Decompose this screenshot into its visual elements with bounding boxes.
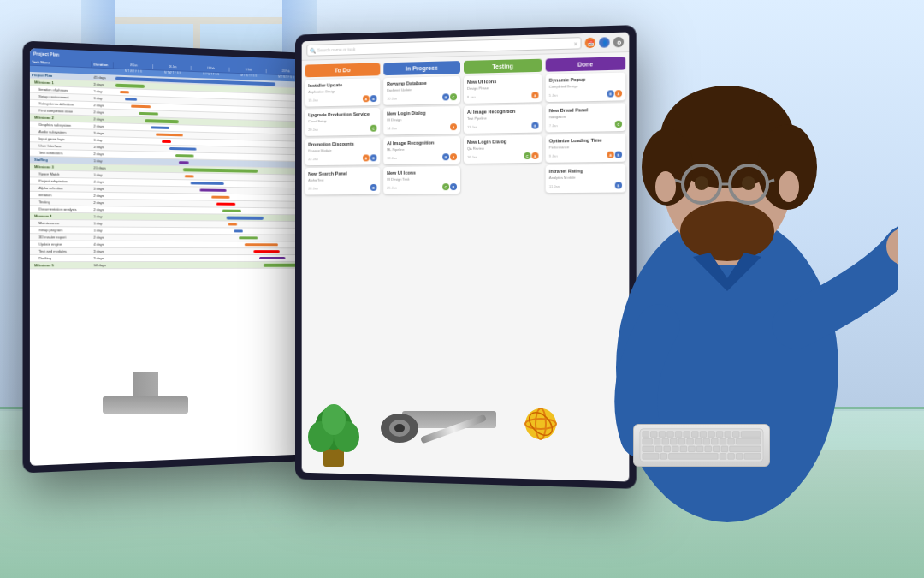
svg-rect-68 [660,454,667,460]
card-footer: 10 Jan B C [387,93,457,102]
kanban-card[interactable]: Revamp Database Backend Update 10 Jan B … [383,76,460,105]
kanban-card[interactable]: New Login Dialog UI Design 14 Jan A [383,106,460,134]
keyboard [633,424,770,467]
svg-rect-51 [703,438,710,444]
svg-rect-73 [744,454,761,460]
person-figure [453,26,898,557]
svg-rect-39 [708,432,715,438]
column-label-inprogress: In Progress [406,65,438,72]
column-header-inprogress: In Progress [383,61,460,75]
card-title: Promotion Discounts [308,140,376,146]
svg-rect-52 [712,438,719,444]
card-date: 22 Jan [308,157,318,161]
kanban-card[interactable]: Upgrade Production Service Cloud Setup 2… [305,108,380,136]
svg-rect-31 [643,432,649,438]
card-footer: 18 Jan B A [387,153,457,161]
svg-rect-45 [654,438,660,444]
card-avatars: C [370,125,377,132]
search-icon: 🔍 [310,47,316,53]
kanban-card[interactable]: Installer Update Application Design 15 J… [305,78,380,106]
card-title: New Login Dialog [387,110,457,116]
card-avatars: A B [363,95,377,102]
svg-rect-69 [669,454,719,460]
card-footer: 28 Jan B [308,184,376,192]
svg-point-16 [655,171,676,202]
svg-rect-46 [662,438,669,444]
gantt-row: Test and modules 3 days [30,248,305,255]
gantt-title: Project Plan [33,51,59,57]
svg-rect-34 [667,432,674,438]
svg-point-22 [322,404,346,435]
card-subtitle: Cloud Setup [308,118,376,123]
search-placeholder: Search name or task [317,46,355,52]
card-footer: 22 Jan A B [308,154,376,162]
col-duration: Duration [92,61,113,68]
svg-rect-70 [720,454,726,460]
avatar: B [442,93,449,100]
svg-rect-47 [671,438,678,444]
svg-rect-48 [678,438,685,444]
svg-point-17 [779,171,799,202]
card-date: 14 Jan [387,126,397,130]
rubber-band-ball [522,407,560,441]
svg-rect-59 [672,446,678,452]
svg-rect-50 [695,438,702,444]
avatar: C [442,183,449,190]
avatar: B [370,184,377,191]
svg-rect-63 [705,446,712,452]
svg-rect-35 [675,432,682,438]
svg-rect-41 [725,432,732,438]
svg-rect-40 [716,432,723,438]
card-subtitle: UI Design Task [387,176,457,182]
kanban-card[interactable]: New UI Icons UI Design Task 25 Jan C B [383,166,460,194]
svg-rect-61 [689,446,696,452]
card-date: 25 Jan [387,185,397,189]
card-subtitle: Application Design [308,88,376,94]
svg-rect-56 [643,446,654,452]
card-footer: 25 Jan C B [387,183,457,191]
card-date: 15 Jan [308,98,318,102]
svg-rect-32 [650,432,657,438]
svg-rect-54 [728,438,735,444]
card-subtitle: Finance Module [308,147,376,152]
kanban-card[interactable]: AI Image Recognition ML Pipeline 18 Jan … [383,136,460,164]
avatar: C [370,125,377,132]
card-title: Upgrade Production Service [308,111,376,117]
svg-rect-44 [643,438,653,444]
svg-rect-60 [680,446,687,452]
card-date: 18 Jan [387,155,397,159]
monitor-stand-left [133,372,158,398]
kanban-card[interactable]: New Search Panel Alpha Test 28 Jan B [305,167,380,194]
card-title: Revamp Database [387,80,457,86]
svg-rect-42 [732,432,739,438]
svg-rect-65 [721,446,728,452]
tape-roll [381,413,419,443]
svg-rect-33 [659,432,666,438]
svg-rect-37 [691,432,698,438]
svg-rect-36 [684,432,690,438]
svg-point-25 [394,424,405,432]
kanban-card[interactable]: Promotion Discounts Finance Module 22 Ja… [305,137,380,165]
svg-rect-64 [713,446,720,452]
card-subtitle: Alpha Test [308,177,376,182]
monitor-base-left [103,396,188,414]
svg-rect-67 [643,454,659,460]
avatar: B [370,95,377,102]
card-date: 28 Jan [308,186,318,190]
gantt-row: Milestone 5 14 days [30,262,305,270]
avatar: B [370,154,377,161]
svg-rect-49 [687,438,694,444]
card-avatars: A B [363,154,377,161]
card-title: Installer Update [308,81,376,88]
card-subtitle: UI Design [387,116,457,122]
svg-rect-71 [728,454,735,460]
kanban-column-inprogress: In Progress Revamp Database Backend Upda… [383,61,460,468]
card-date: 20 Jan [308,127,318,131]
card-title: New UI Icons [387,170,457,176]
svg-rect-57 [655,446,662,452]
card-avatars: B [370,184,377,191]
svg-rect-58 [664,446,671,452]
card-title: New Search Panel [308,170,376,176]
card-title: AI Image Recognition [387,140,457,146]
card-date: 10 Jan [387,96,397,100]
